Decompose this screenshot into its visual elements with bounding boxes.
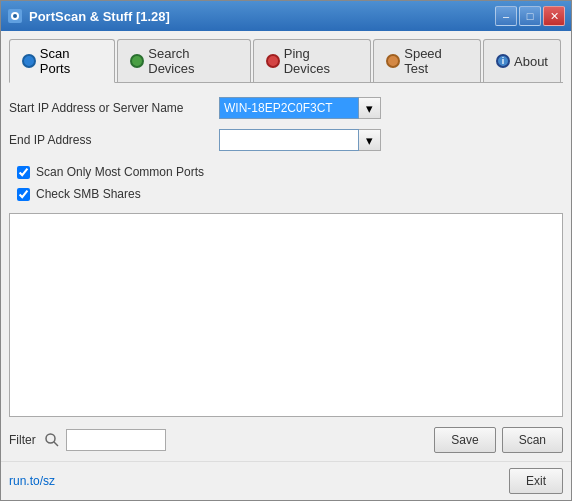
svg-line-4 xyxy=(54,442,58,446)
save-button[interactable]: Save xyxy=(434,427,495,453)
tab-search-devices[interactable]: Search Devices xyxy=(117,39,250,82)
footer: run.to/sz Exit xyxy=(1,461,571,500)
svg-point-2 xyxy=(13,14,17,18)
title-bar: PortScan & Stuff [1.28] – □ ✕ xyxy=(1,1,571,31)
form-area: Start IP Address or Server Name ▾ End IP… xyxy=(9,93,563,165)
svg-point-3 xyxy=(46,434,55,443)
minimize-button[interactable]: – xyxy=(495,6,517,26)
exit-button[interactable]: Exit xyxy=(509,468,563,494)
ping-devices-icon xyxy=(266,54,280,68)
window-title: PortScan & Stuff [1.28] xyxy=(29,9,170,24)
start-ip-label: Start IP Address or Server Name xyxy=(9,101,219,115)
check-smb-checkbox[interactable] xyxy=(17,188,30,201)
bottom-bar: Filter Save Scan xyxy=(9,427,563,453)
filter-search-icon xyxy=(42,430,62,450)
end-ip-row: End IP Address ▾ xyxy=(9,129,563,151)
start-ip-input-group: ▾ xyxy=(219,97,381,119)
check-smb-label[interactable]: Check SMB Shares xyxy=(36,187,141,201)
scan-common-ports-label[interactable]: Scan Only Most Common Ports xyxy=(36,165,204,179)
tab-ping-devices[interactable]: Ping Devices xyxy=(253,39,372,82)
tab-speed-test[interactable]: Speed Test xyxy=(373,39,481,82)
start-ip-row: Start IP Address or Server Name ▾ xyxy=(9,97,563,119)
end-ip-input[interactable] xyxy=(219,129,359,151)
filter-label: Filter xyxy=(9,433,36,447)
check-smb-row: Check SMB Shares xyxy=(17,187,563,201)
website-link[interactable]: run.to/sz xyxy=(9,474,55,488)
scan-common-ports-row: Scan Only Most Common Ports xyxy=(17,165,563,179)
end-ip-label: End IP Address xyxy=(9,133,219,147)
tab-about[interactable]: i About xyxy=(483,39,561,82)
about-icon: i xyxy=(496,54,510,68)
tab-scan-ports[interactable]: Scan Ports xyxy=(9,39,115,83)
scan-button[interactable]: Scan xyxy=(502,427,563,453)
close-button[interactable]: ✕ xyxy=(543,6,565,26)
end-ip-dropdown-button[interactable]: ▾ xyxy=(359,129,381,151)
action-buttons: Save Scan xyxy=(434,427,563,453)
filter-group: Filter xyxy=(9,429,166,451)
end-ip-input-group: ▾ xyxy=(219,129,381,151)
chevron-down-icon: ▾ xyxy=(366,101,373,116)
maximize-button[interactable]: □ xyxy=(519,6,541,26)
start-ip-input[interactable] xyxy=(219,97,359,119)
title-buttons: – □ ✕ xyxy=(495,6,565,26)
filter-input[interactable] xyxy=(66,429,166,451)
app-icon xyxy=(7,8,23,24)
tab-bar: Scan Ports Search Devices Ping Devices S… xyxy=(9,39,563,83)
title-bar-left: PortScan & Stuff [1.28] xyxy=(7,8,170,24)
search-devices-icon xyxy=(130,54,144,68)
scan-ports-icon xyxy=(22,54,36,68)
start-ip-dropdown-button[interactable]: ▾ xyxy=(359,97,381,119)
scan-common-ports-checkbox[interactable] xyxy=(17,166,30,179)
main-window: PortScan & Stuff [1.28] – □ ✕ Scan Ports… xyxy=(0,0,572,501)
results-area xyxy=(9,213,563,417)
speed-test-icon xyxy=(386,54,400,68)
chevron-down-icon: ▾ xyxy=(366,133,373,148)
content-area: Scan Ports Search Devices Ping Devices S… xyxy=(1,31,571,461)
